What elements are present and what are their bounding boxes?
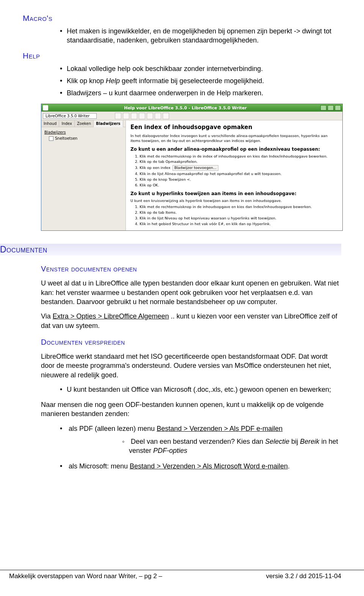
help-steps-b: Klik met de rechtermuisknop in de inhoud… bbox=[130, 205, 338, 226]
heading-verspreiden: Documenten verspreiden bbox=[23, 338, 341, 347]
tree-item[interactable]: Sneltoetsen bbox=[44, 136, 122, 142]
list-item: als PDF (alleen lezen) menu Bestand > Ve… bbox=[23, 424, 341, 456]
tab-bladwijzers[interactable]: Bladwijzers bbox=[94, 120, 123, 127]
help-sidebar: Inhoud Index Zoeken Bladwijzers Bladwijz… bbox=[41, 120, 126, 230]
list-item: Lokaal volledige help ook beschikbaar zo… bbox=[23, 64, 341, 73]
list-item: Klik op OK. bbox=[140, 183, 338, 188]
app-icon bbox=[43, 105, 48, 110]
close-icon[interactable] bbox=[335, 105, 341, 110]
sidebar-tabs: Inhoud Index Zoeken Bladwijzers bbox=[41, 120, 126, 127]
footer-right: versie 3.2 / dd 2015-11-04 bbox=[266, 572, 341, 580]
minimize-icon[interactable] bbox=[320, 105, 326, 110]
window-title: Help voor LibreOffice 3.5.0 - LibreOffic… bbox=[50, 106, 320, 110]
home-icon[interactable] bbox=[139, 113, 145, 119]
list-item: Klik in de lijst Niveau op het kopniveau… bbox=[140, 216, 338, 221]
module-selector[interactable]: LibreOffice 3.5.0 Writer bbox=[43, 113, 97, 119]
help-page-title: Een index of inhoudsopgave opmaken bbox=[130, 123, 338, 131]
forward-icon[interactable] bbox=[131, 113, 137, 119]
help-steps-a: Klik met de rechtermuisknop in de index … bbox=[130, 154, 338, 188]
bookmark-icon[interactable] bbox=[155, 113, 161, 119]
tab-inhoud[interactable]: Inhoud bbox=[41, 120, 59, 127]
maximize-icon[interactable] bbox=[328, 105, 334, 110]
heading-documenten: Documenten bbox=[0, 244, 341, 255]
footer-left: Makkelijk overstappen van Word naar Writ… bbox=[9, 572, 162, 580]
list-item: Klik op de knop Toewijzen <. bbox=[140, 177, 338, 182]
heading-help: Help bbox=[23, 51, 341, 60]
bullet-list: U kunt bestanden uit Office van Microsof… bbox=[23, 385, 341, 394]
paragraph: Naar mensen die nog geen ODF-bestanden k… bbox=[23, 400, 341, 419]
help-subhead-a: Zo kunt u een ander alinea-opmaakprofiel… bbox=[130, 146, 338, 152]
window-titlebar: Help voor LibreOffice 3.5.0 - LibreOffic… bbox=[41, 104, 342, 112]
print-icon[interactable] bbox=[147, 113, 153, 119]
list-item: Klik op de tab Opmaakprofielen. bbox=[140, 159, 338, 164]
page-footer: Makkelijk overstappen van Word naar Writ… bbox=[0, 570, 364, 580]
menu-path: Bestand > Verzenden > Als Microsoft Word… bbox=[130, 462, 288, 470]
list-item: Klik in de lijst Alinea-opmaakprofiel op… bbox=[140, 172, 338, 177]
bookmarks-tree: Bladwijzers Sneltoetsen bbox=[41, 127, 126, 230]
heading-macros: Macro's bbox=[23, 14, 341, 23]
list-item: Het maken is ingewikkelder, en de mogeli… bbox=[23, 27, 341, 45]
bullet-list: als PDF (alleen lezen) menu Bestand > Ve… bbox=[23, 424, 341, 471]
paragraph: Via Extra > Opties > LibreOffice Algemee… bbox=[23, 312, 341, 330]
italic-text: Help bbox=[106, 77, 120, 85]
list-item: Deel van een bestand verzenden? Kies dan… bbox=[67, 437, 341, 456]
tooltip-box: Bladwijzer toevoegen... bbox=[173, 165, 218, 171]
help-intro-b: U kunt een kruisverwijzing als hyperlink… bbox=[130, 199, 338, 203]
list-item: Klik op knop Help geeft informatie bij g… bbox=[23, 76, 341, 85]
tree-header: Bladwijzers bbox=[44, 129, 122, 136]
help-toolbar: LibreOffice 3.5.0 Writer bbox=[41, 112, 342, 120]
paragraph: LibreOffice werkt standaard met het ISO … bbox=[23, 352, 341, 380]
help-list: Lokaal volledige help ook beschikbaar zo… bbox=[23, 64, 341, 98]
menu-path: Bestand > Verzenden > Als PDF e-mailen bbox=[157, 425, 282, 432]
list-item: U kunt bestanden uit Office van Microsof… bbox=[23, 385, 341, 394]
heading-venster-openen: Venster documenten openen bbox=[23, 265, 341, 273]
list-item: als Microsoft: menu Bestand > Verzenden … bbox=[23, 462, 341, 471]
list-item: Bladwijzers – u kunt daarmee onderwerpen… bbox=[23, 88, 341, 98]
doc-icon bbox=[49, 136, 53, 141]
back-icon[interactable] bbox=[123, 113, 129, 119]
list-item: Klik met de rechtermuisknop in de inhoud… bbox=[140, 205, 338, 210]
list-item: Klik in het gebied Structuur in het vak … bbox=[140, 222, 338, 227]
list-item: Klik op de tab Items. bbox=[140, 210, 338, 215]
list-item: Klik met de rechtermuisknop in de index … bbox=[140, 154, 338, 159]
menu-path: Extra > Opties > LibreOffice Algemeen bbox=[53, 312, 169, 320]
help-window-screenshot: Help voor LibreOffice 3.5.0 - LibreOffic… bbox=[41, 104, 343, 231]
macros-list: Het maken is ingewikkelder, en de mogeli… bbox=[23, 27, 341, 45]
tab-zoeken[interactable]: Zoeken bbox=[75, 120, 94, 127]
help-content: Een index of inhoudsopgave opmaken In he… bbox=[126, 120, 342, 230]
paragraph: U weet al dat u in LibreOffice alle type… bbox=[23, 279, 341, 306]
list-item: Klik op een index Bladwijzer toevoegen..… bbox=[140, 165, 338, 171]
sub-list: Deel van een bestand verzenden? Kies dan… bbox=[67, 437, 341, 456]
search-icon[interactable] bbox=[163, 113, 169, 119]
help-subhead-b: Zo kunt u hyperlinks toewijzen aan items… bbox=[130, 191, 338, 197]
nav-toggle-icon[interactable] bbox=[115, 113, 121, 119]
help-intro: In het dialoogvenster Index invoegen kun… bbox=[130, 134, 338, 143]
tab-index[interactable]: Index bbox=[59, 120, 75, 127]
